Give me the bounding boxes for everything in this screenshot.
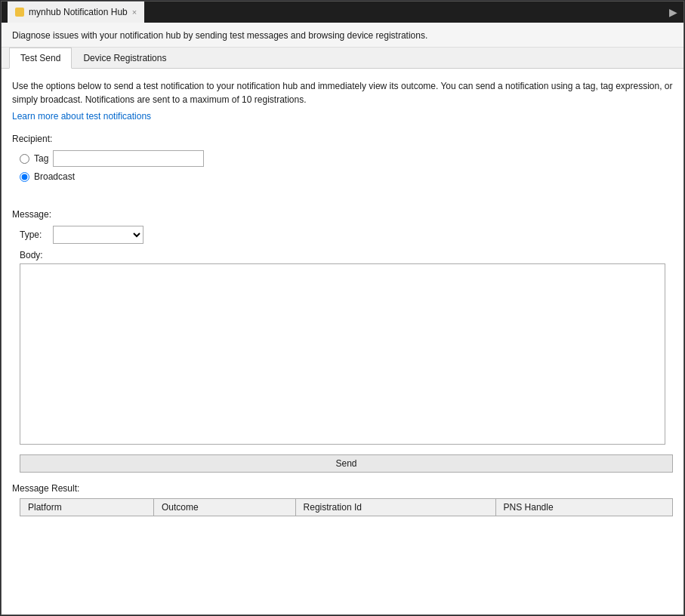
- title-tab[interactable]: mynhub Notification Hub ×: [8, 2, 144, 23]
- description-text: Diagnose issues with your notification h…: [12, 30, 427, 41]
- info-text: Use the options below to send a test not…: [12, 79, 673, 106]
- col-pns-handle: PNS Handle: [495, 499, 672, 516]
- col-registration-id: Registration Id: [295, 499, 495, 516]
- message-section: Message: Type: Windows Apple Google Amaz…: [12, 197, 673, 447]
- message-result-section: Message Result: Platform Outcome Registr…: [12, 483, 673, 516]
- tab-device-registrations-label: Device Registrations: [83, 53, 166, 63]
- type-select[interactable]: Windows Apple Google Amazon: [53, 226, 143, 244]
- title-bar: mynhub Notification Hub × ▶: [2, 2, 683, 23]
- result-table-header-row: Platform Outcome Registration Id PNS Han…: [20, 499, 673, 516]
- message-result-label: Message Result:: [12, 483, 673, 494]
- broadcast-radio[interactable]: [20, 172, 29, 182]
- main-window: mynhub Notification Hub × ▶ Diagnose iss…: [1, 1, 684, 615]
- tab-title: mynhub Notification Hub: [29, 7, 128, 17]
- type-label: Type:: [20, 229, 47, 240]
- scroll-arrow: ▶: [669, 6, 677, 18]
- description-bar: Diagnose issues with your notification h…: [2, 23, 683, 48]
- tab-device-registrations[interactable]: Device Registrations: [72, 48, 177, 69]
- tag-radio-label: Tag: [34, 153, 48, 164]
- message-label: Message:: [12, 209, 673, 220]
- content-area: Diagnose issues with your notification h…: [2, 23, 683, 614]
- learn-more-link[interactable]: Learn more about test notifications: [12, 111, 673, 122]
- col-outcome: Outcome: [153, 499, 295, 516]
- tag-radio-row: Tag: [20, 150, 673, 167]
- tag-input[interactable]: [53, 150, 204, 167]
- result-table-head: Platform Outcome Registration Id PNS Han…: [20, 499, 673, 516]
- recipient-section: Tag Broadcast: [20, 150, 673, 186]
- tabs-row: Test Send Device Registrations: [2, 48, 683, 69]
- main-panel: Use the options below to send a test not…: [2, 69, 683, 614]
- recipient-label: Recipient:: [12, 134, 673, 144]
- body-textarea[interactable]: [20, 263, 665, 445]
- tab-test-send-label: Test Send: [20, 53, 60, 63]
- send-button[interactable]: Send: [20, 454, 673, 473]
- tag-radio[interactable]: [20, 154, 29, 164]
- result-table: Platform Outcome Registration Id PNS Han…: [20, 498, 673, 516]
- col-platform: Platform: [20, 499, 154, 516]
- broadcast-radio-row: Broadcast: [20, 171, 673, 182]
- tab-test-send[interactable]: Test Send: [9, 48, 72, 69]
- tab-icon: [15, 8, 24, 17]
- body-label: Body:: [20, 250, 673, 260]
- broadcast-radio-label: Broadcast: [34, 171, 75, 182]
- type-row: Type: Windows Apple Google Amazon: [20, 226, 673, 244]
- close-button[interactable]: ×: [132, 8, 137, 17]
